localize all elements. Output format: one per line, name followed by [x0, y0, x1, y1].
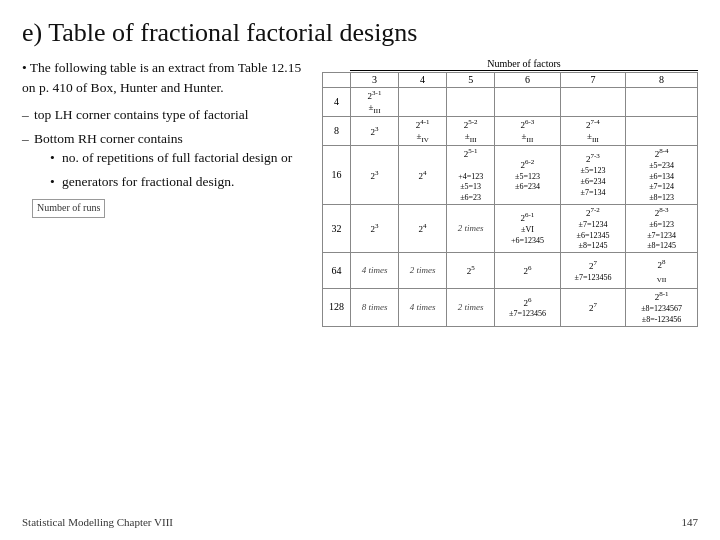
- cell-64-5: 25: [447, 253, 495, 289]
- col-header-3: 3: [351, 73, 399, 88]
- cell-4-6: [495, 88, 561, 117]
- cell-64-4: 2 times: [399, 253, 447, 289]
- col-header-8: 8: [626, 73, 698, 88]
- cell-4-5: [447, 88, 495, 117]
- col-header-4: 4: [399, 73, 447, 88]
- cell-128-8: 28-1±8=1234567±8=-123456: [626, 289, 698, 326]
- cell-128-5: 2 times: [447, 289, 495, 326]
- cell-16-3: 23: [351, 145, 399, 204]
- page: e) Table of fractional factorial designs…: [0, 0, 720, 540]
- cell-64-3: 4 times: [351, 253, 399, 289]
- table-row: 4 23-1±III: [323, 88, 698, 117]
- cell-64-6: 26: [495, 253, 561, 289]
- cell-32-5: 2 times: [447, 204, 495, 252]
- cell-8-6: 26-3±III: [495, 116, 561, 145]
- cell-4-8: [626, 88, 698, 117]
- design-table: 3 4 5 6 7 8 4 23-1±III: [322, 72, 698, 327]
- bullet-1: top LH corner contains type of factorial: [22, 105, 312, 125]
- table-header: Number of factors: [322, 58, 698, 71]
- row-label-16: 16: [323, 145, 351, 204]
- bullet-list: top LH corner contains type of factorial…: [22, 105, 312, 191]
- sub-bullet-2: generators for fractional design.: [50, 172, 312, 192]
- sub-bullet-1: no. of repetitions of full factorial des…: [50, 148, 312, 168]
- cell-16-7: 27-3±5=123±6=234±7=134: [560, 145, 626, 204]
- row-label-8: 8: [323, 116, 351, 145]
- factors-header-label: Number of factors: [350, 58, 698, 71]
- cell-4-7: [560, 88, 626, 117]
- cell-8-7: 27-4±III: [560, 116, 626, 145]
- cell-16-8: 28-4±5=234±6=134±7=124±8=123: [626, 145, 698, 204]
- sub-bullet-list: no. of repetitions of full factorial des…: [34, 148, 312, 191]
- cell-128-4: 4 times: [399, 289, 447, 326]
- cell-32-7: 27-2±7=1234±6=12345±8=1245: [560, 204, 626, 252]
- table-row: 64 4 times 2 times 25 26 27±7=123456 28V…: [323, 253, 698, 289]
- footer-right: 147: [682, 516, 699, 528]
- intro-text: • The following table is an extract from…: [22, 58, 312, 97]
- left-panel: • The following table is an extract from…: [22, 58, 312, 510]
- cell-32-3: 23: [351, 204, 399, 252]
- table-header-row: 3 4 5 6 7 8: [323, 73, 698, 88]
- cell-4-4: [399, 88, 447, 117]
- cell-128-6: 26±7=123456: [495, 289, 561, 326]
- footer-left: Statistical Modelling Chapter VIII: [22, 516, 173, 528]
- row-label-4: 4: [323, 88, 351, 117]
- table-row: 32 23 24 2 times 26-1±VI+6=12345 27-2±7=…: [323, 204, 698, 252]
- cell-32-4: 24: [399, 204, 447, 252]
- runs-header: [323, 73, 351, 88]
- table-row: 128 8 times 4 times 2 times 26±7=123456 …: [323, 289, 698, 326]
- table-row: 16 23 24 25-1+4=123±5=13±6=23 26-2±5=123…: [323, 145, 698, 204]
- cell-32-8: 28-3±6=123±7=1234±8=1245: [626, 204, 698, 252]
- cell-8-3: 23: [351, 116, 399, 145]
- row-label-64: 64: [323, 253, 351, 289]
- cell-8-8: [626, 116, 698, 145]
- cell-32-6: 26-1±VI+6=12345: [495, 204, 561, 252]
- col-header-6: 6: [495, 73, 561, 88]
- right-panel: Number of factors 3 4 5 6 7 8: [322, 58, 698, 510]
- col-header-7: 7: [560, 73, 626, 88]
- cell-128-3: 8 times: [351, 289, 399, 326]
- cell-4-3: 23-1±III: [351, 88, 399, 117]
- cell-8-5: 25-2±III: [447, 116, 495, 145]
- cell-64-7: 27±7=123456: [560, 253, 626, 289]
- footer: Statistical Modelling Chapter VIII 147: [22, 516, 698, 528]
- cell-16-6: 26-2±5=123±6=234: [495, 145, 561, 204]
- main-content: • The following table is an extract from…: [22, 58, 698, 510]
- cell-64-8: 28VII: [626, 253, 698, 289]
- cell-16-5: 25-1+4=123±5=13±6=23: [447, 145, 495, 204]
- table-row: 8 23 24-1±IV 25-2±III 26-3±III 27-4±III: [323, 116, 698, 145]
- cell-16-4: 24: [399, 145, 447, 204]
- number-of-runs-label: Number of runs: [32, 199, 105, 218]
- col-header-5: 5: [447, 73, 495, 88]
- cell-8-4: 24-1±IV: [399, 116, 447, 145]
- row-label-32: 32: [323, 204, 351, 252]
- row-label-128: 128: [323, 289, 351, 326]
- bullet-2: Bottom RH corner contains no. of repetit…: [22, 129, 312, 192]
- page-title: e) Table of fractional factorial designs: [22, 18, 698, 48]
- cell-128-7: 27: [560, 289, 626, 326]
